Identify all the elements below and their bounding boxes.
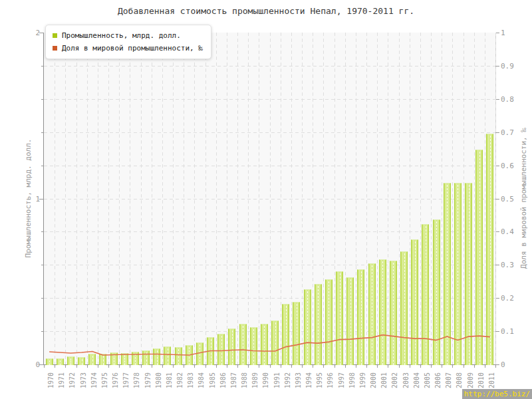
x-axis-label-2007: 2007 <box>445 372 452 388</box>
legend-color-swatch <box>53 33 57 38</box>
right-axis-title: Доля в мировой промышленности, ‰ <box>519 128 528 269</box>
x-axis-label-1983: 1983 <box>187 372 194 388</box>
x-axis-tick <box>464 365 464 368</box>
x-axis-label-1971: 1971 <box>58 372 65 388</box>
right-axis-tick-label: 0.1 <box>501 328 514 335</box>
legend-item-0[interactable]: Промышленность, млрд. долл. <box>53 29 203 42</box>
x-axis-tick <box>281 365 281 368</box>
x-axis-tick <box>291 365 292 368</box>
right-axis-tick-label: 0.5 <box>501 196 514 203</box>
x-axis-tick <box>377 365 378 368</box>
x-axis-tick <box>44 365 45 368</box>
x-axis-tick <box>399 365 400 368</box>
x-axis-label-2002: 2002 <box>391 372 398 388</box>
x-axis-tick <box>227 365 227 368</box>
x-axis-tick <box>119 365 120 368</box>
right-axis-tick-label: 0.2 <box>501 295 514 302</box>
x-axis-label-1988: 1988 <box>241 372 248 388</box>
x-axis-tick <box>270 365 271 368</box>
x-axis-tick <box>452 365 453 368</box>
x-axis-label-2009: 2009 <box>466 372 473 388</box>
x-axis-tick <box>366 365 367 368</box>
x-axis-label-1985: 1985 <box>208 372 215 388</box>
legend: Промышленность, млрд. долл.Доля в мирово… <box>45 25 211 59</box>
x-axis-label-1995: 1995 <box>316 372 323 388</box>
x-axis-label-1996: 1996 <box>327 372 334 388</box>
x-axis-label-1998: 1998 <box>348 372 355 388</box>
x-axis-label-1989: 1989 <box>251 372 259 388</box>
x-axis-label-1984: 1984 <box>198 372 205 388</box>
x-axis-label-1992: 1992 <box>283 372 291 388</box>
x-axis-label-1999: 1999 <box>358 372 366 388</box>
right-axis-tick-label: 0.8 <box>501 96 514 103</box>
x-axis-label-1978: 1978 <box>133 372 140 388</box>
x-axis-label-1982: 1982 <box>176 372 184 388</box>
x-axis-tick <box>76 365 77 368</box>
x-axis-tick <box>216 365 217 368</box>
x-axis-tick <box>108 365 109 368</box>
x-axis-label-1980: 1980 <box>154 372 162 388</box>
grid-line-vertical <box>495 33 496 364</box>
right-axis-tick-label: 0 <box>501 361 505 368</box>
x-axis-tick <box>431 365 432 368</box>
x-axis-tick <box>162 365 163 368</box>
x-axis-tick <box>184 365 184 368</box>
x-axis-label-1972: 1972 <box>68 372 76 388</box>
right-axis-tick-label: 0.9 <box>501 63 514 70</box>
x-axis-tick <box>313 365 313 368</box>
x-axis-tick <box>248 365 249 368</box>
x-axis-tick <box>152 365 152 368</box>
chart-title: Добавленная стоимость промышленности Неп… <box>0 6 532 16</box>
legend-item-label: Доля в мировой промышленности, ‰ <box>62 44 203 53</box>
x-axis-label-2004: 2004 <box>412 372 420 388</box>
x-axis-tick <box>173 365 174 368</box>
x-axis-tick <box>485 365 485 368</box>
x-axis-tick <box>356 365 356 368</box>
x-axis-label-1979: 1979 <box>144 372 151 388</box>
x-axis-tick <box>334 365 335 368</box>
share-line <box>49 335 490 355</box>
x-axis-label-1973: 1973 <box>79 372 86 388</box>
x-axis-tick <box>141 365 142 368</box>
x-axis-tick <box>442 365 442 368</box>
x-axis-tick <box>55 365 55 368</box>
x-axis-tick <box>323 365 324 368</box>
share-line-layer <box>44 33 495 364</box>
x-axis-label-2003: 2003 <box>402 372 409 388</box>
x-axis-tick <box>388 365 388 368</box>
x-axis-tick <box>205 365 206 368</box>
chart: Добавленная стоимость промышленности Неп… <box>0 0 532 399</box>
right-axis-tick-label: 0.7 <box>501 129 514 136</box>
x-axis-tick <box>194 365 195 368</box>
x-axis-label-2001: 2001 <box>380 372 388 388</box>
x-axis-label-1997: 1997 <box>337 372 344 388</box>
x-axis-tick <box>65 365 66 368</box>
x-axis-label-1993: 1993 <box>294 372 301 388</box>
legend-color-swatch <box>53 46 57 51</box>
right-axis-tick-label: 1 <box>501 29 505 37</box>
x-axis-label-1990: 1990 <box>262 372 269 388</box>
x-axis-tick <box>259 365 259 368</box>
right-axis-tick-label: 0.4 <box>501 228 514 235</box>
right-axis-tick-label: 0.3 <box>501 261 514 269</box>
x-axis-label-2010: 2010 <box>477 372 484 388</box>
left-axis-tick-label: 1 <box>15 196 40 203</box>
x-axis-label-1977: 1977 <box>122 372 130 388</box>
x-axis-label-1986: 1986 <box>219 372 226 388</box>
right-axis-tick-label: 0.6 <box>501 162 514 170</box>
x-axis-tick <box>87 365 88 368</box>
x-axis-label-2011: 2011 <box>487 372 495 388</box>
x-axis-tick <box>302 365 303 368</box>
x-axis-label-1991: 1991 <box>273 372 280 388</box>
x-axis-label-2005: 2005 <box>423 372 430 388</box>
x-axis-label-1994: 1994 <box>305 372 313 388</box>
x-axis-label-1970: 1970 <box>47 372 55 388</box>
left-axis-tick-label: 0 <box>15 361 40 368</box>
x-axis-label-1981: 1981 <box>165 372 172 388</box>
x-axis-tick <box>345 365 346 368</box>
watermark-link[interactable]: http://be5.biz/ <box>462 389 532 399</box>
x-axis-tick <box>474 365 475 368</box>
x-axis-label-1987: 1987 <box>229 372 237 388</box>
x-axis-tick <box>495 365 496 368</box>
legend-item-1[interactable]: Доля в мировой промышленности, ‰ <box>53 42 203 55</box>
